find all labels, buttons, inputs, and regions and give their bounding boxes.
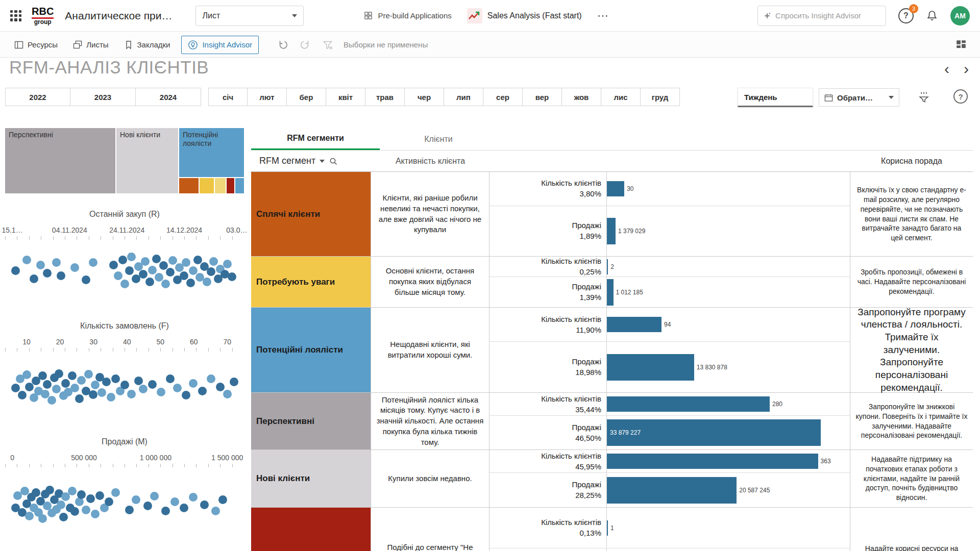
treemap-block-perspective[interactable]: Перспективні bbox=[5, 128, 115, 193]
scatter-dot[interactable] bbox=[193, 256, 202, 264]
scatter-dot[interactable] bbox=[203, 278, 211, 286]
treemap-mini-block[interactable] bbox=[227, 178, 234, 193]
scatter-dot[interactable] bbox=[47, 396, 56, 405]
month-filter-may[interactable]: трав bbox=[365, 88, 405, 106]
count-bar[interactable] bbox=[607, 454, 818, 469]
tab-rfm-segments[interactable]: RFM сегменти bbox=[251, 128, 380, 150]
scatter-dot[interactable] bbox=[120, 280, 129, 288]
scatter-dot[interactable] bbox=[145, 278, 154, 286]
next-sheet-button[interactable]: › bbox=[964, 61, 969, 77]
scatter-dot[interactable] bbox=[161, 507, 170, 515]
count-bar[interactable] bbox=[607, 181, 624, 196]
scatter-dot[interactable] bbox=[70, 384, 79, 392]
month-filter-mar[interactable]: бер bbox=[287, 88, 326, 106]
tab-clients[interactable]: Клієнти bbox=[380, 128, 497, 150]
scatter-dot[interactable] bbox=[132, 495, 140, 504]
segment-cell[interactable]: Потребують уваги bbox=[251, 257, 371, 307]
toolbar-sheets[interactable]: Листы bbox=[67, 36, 114, 54]
scatter-dot[interactable] bbox=[152, 255, 161, 263]
scatter-dot[interactable] bbox=[166, 374, 175, 383]
scatter-dot[interactable] bbox=[166, 268, 175, 277]
scatter-dot[interactable] bbox=[173, 384, 182, 392]
scatter-dot[interactable] bbox=[77, 376, 86, 385]
year-filter-2023[interactable]: 2023 bbox=[70, 88, 136, 106]
scatter-dot[interactable] bbox=[84, 370, 93, 379]
scatter-dot[interactable] bbox=[61, 379, 70, 388]
month-filter-dec[interactable]: груд bbox=[641, 88, 680, 106]
more-options-button[interactable]: ⋯ bbox=[597, 10, 609, 21]
scatter-dot[interactable] bbox=[127, 390, 136, 398]
sheet-selector[interactable]: Лист bbox=[195, 6, 304, 26]
scatter-dot[interactable] bbox=[52, 385, 61, 393]
bell-icon[interactable] bbox=[926, 10, 938, 22]
monetary-scatter-plot[interactable] bbox=[5, 467, 244, 542]
scatter-dot[interactable] bbox=[139, 270, 148, 279]
scatter-dot[interactable] bbox=[43, 380, 52, 389]
sales-bar[interactable] bbox=[607, 218, 616, 244]
segment-cell[interactable]: Сплячі клієнти bbox=[251, 172, 371, 256]
scatter-dot[interactable] bbox=[68, 371, 77, 380]
sales-bar[interactable] bbox=[607, 279, 614, 306]
scatter-dot[interactable] bbox=[161, 280, 170, 288]
scatter-dot[interactable] bbox=[134, 377, 143, 385]
sales-bar[interactable]: 33 879 227 bbox=[607, 419, 821, 446]
scatter-dot[interactable] bbox=[89, 258, 97, 267]
filter-help-button[interactable]: ? bbox=[953, 89, 968, 104]
toolbar-insight-advisor[interactable]: Insight Advisor bbox=[181, 36, 259, 54]
period-select[interactable]: Обрати… bbox=[819, 88, 899, 107]
app-menu-icon[interactable] bbox=[10, 10, 21, 21]
scatter-dot[interactable] bbox=[168, 256, 177, 265]
month-filter-feb[interactable]: лют bbox=[248, 88, 287, 106]
scatter-dot[interactable] bbox=[141, 257, 150, 266]
scatter-dot[interactable] bbox=[143, 502, 152, 510]
frequency-scatter-plot[interactable] bbox=[5, 352, 244, 424]
selections-step-back-button[interactable] bbox=[275, 37, 290, 53]
scatter-dot[interactable] bbox=[36, 261, 45, 269]
scatter-dot[interactable] bbox=[111, 374, 120, 383]
scatter-dot[interactable] bbox=[91, 510, 100, 518]
scatter-dot[interactable] bbox=[207, 374, 215, 383]
scatter-dot[interactable] bbox=[148, 380, 157, 389]
scatter-dot[interactable] bbox=[189, 266, 198, 275]
scatter-dot[interactable] bbox=[157, 388, 165, 396]
user-avatar[interactable]: AM bbox=[950, 6, 970, 26]
treemap-mini-block[interactable] bbox=[179, 178, 199, 193]
scatter-dot[interactable] bbox=[77, 490, 86, 499]
treemap-block-potential-loyal[interactable]: Потенційні лоялісти bbox=[179, 128, 244, 177]
scatter-dot[interactable] bbox=[91, 381, 100, 389]
month-filter-apr[interactable]: квіт bbox=[326, 88, 365, 106]
sheet-grid-button[interactable] bbox=[955, 39, 967, 51]
segment-cell[interactable]: Перспективні bbox=[251, 393, 371, 449]
scatter-dot[interactable] bbox=[22, 256, 31, 264]
scatter-dot[interactable] bbox=[223, 260, 232, 268]
scatter-dot[interactable] bbox=[25, 512, 34, 520]
current-app[interactable]: Sales Analysis (Fast start) bbox=[467, 8, 582, 23]
scatter-dot[interactable] bbox=[209, 257, 218, 266]
scatter-dot[interactable] bbox=[105, 497, 113, 506]
scatter-dot[interactable] bbox=[120, 381, 129, 389]
count-bar[interactable] bbox=[607, 396, 770, 412]
recency-scatter-plot[interactable] bbox=[5, 240, 244, 306]
scatter-dot[interactable] bbox=[189, 379, 198, 388]
year-filter-2024[interactable]: 2024 bbox=[136, 88, 201, 106]
scatter-dot[interactable] bbox=[22, 370, 31, 379]
scatter-dot[interactable] bbox=[75, 394, 84, 403]
treemap-mini-block[interactable] bbox=[200, 178, 214, 193]
scatter-dot[interactable] bbox=[198, 387, 207, 395]
year-filter-2022[interactable]: 2022 bbox=[5, 88, 70, 106]
scatter-dot[interactable] bbox=[170, 497, 179, 506]
scatter-dot[interactable] bbox=[95, 491, 104, 500]
scatter-dot[interactable] bbox=[86, 494, 95, 503]
scatter-dot[interactable] bbox=[127, 253, 136, 261]
prebuild-applications-button[interactable]: Pre-build Applications bbox=[364, 11, 451, 20]
scatter-dot[interactable] bbox=[38, 371, 47, 380]
scatter-dot[interactable] bbox=[70, 507, 79, 516]
scatter-dot[interactable] bbox=[59, 513, 68, 521]
scatter-dot[interactable] bbox=[139, 385, 148, 393]
scatter-dot[interactable] bbox=[159, 261, 168, 270]
scatter-dot[interactable] bbox=[180, 271, 188, 280]
scatter-dot[interactable] bbox=[189, 493, 198, 502]
count-bar[interactable] bbox=[607, 259, 608, 274]
treemap-block-new-clients[interactable]: Нові клієнти bbox=[116, 128, 178, 193]
scatter-dot[interactable] bbox=[207, 267, 215, 276]
